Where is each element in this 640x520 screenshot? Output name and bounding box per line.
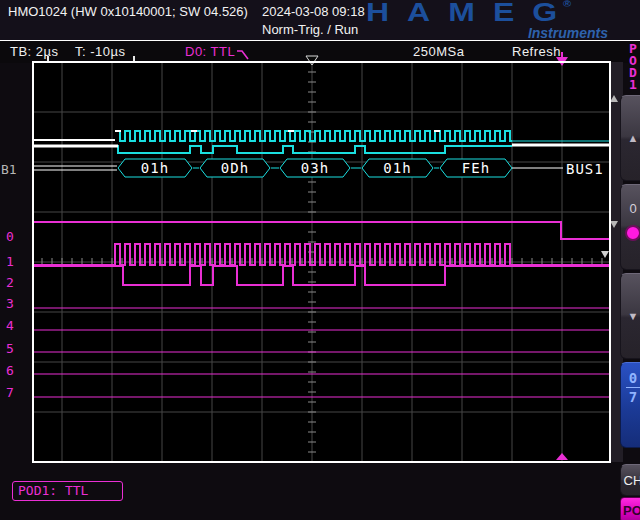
graticule-background <box>33 62 610 462</box>
channel-up-button[interactable]: ▲ <box>620 95 640 181</box>
trigger-position-marker-bottom <box>556 453 568 460</box>
gutter-scroll-down-icon[interactable] <box>610 221 618 228</box>
bit-label-2: 2 <box>4 275 16 290</box>
registered-mark: ® <box>563 0 571 8</box>
bus-frame <box>362 159 433 177</box>
bus-value: 01h <box>141 160 169 176</box>
bit-label-1: 1 <box>4 254 16 269</box>
hameg-logo: HAMEG® <box>366 0 571 28</box>
bit-label-5: 5 <box>4 341 16 356</box>
channel-down-button[interactable]: ▼ <box>620 273 640 359</box>
range-divider <box>626 387 640 388</box>
bus-frame <box>118 159 192 177</box>
bit-label-3: 3 <box>4 296 16 311</box>
pod1-vertical-label: P O D 1 <box>622 43 640 91</box>
sample-rate-readout: 250MSa <box>413 44 464 59</box>
trigger-run-status: Norm-Trig. / Run <box>262 22 358 37</box>
channel-range-button[interactable]: 0 7 <box>620 362 640 448</box>
channel-select-button[interactable]: 0 <box>620 184 640 270</box>
down-arrow-icon: ▼ <box>628 310 639 322</box>
bus-value: 01h <box>383 160 411 176</box>
status-bar: TB: 2µs T: -10µs D0: TTL 250MSa Refresh <box>0 40 640 63</box>
falling-edge-icon <box>236 47 250 65</box>
bus-value: 0Dh <box>221 160 249 176</box>
trigger-source-readout: D0: TTL <box>185 44 235 59</box>
waveform-display: 01h0Dh03h01hFEh <box>0 0 640 520</box>
bus-value: FEh <box>462 160 490 176</box>
trigger-position-readout: T: -10µs <box>75 44 126 59</box>
signal-bit0 <box>33 222 610 239</box>
bit-label-6: 6 <box>4 363 16 378</box>
bus-name-label: BUS1 <box>566 161 604 177</box>
signal-bit2 <box>33 266 610 285</box>
bus-frame <box>440 159 512 177</box>
bit-label-4: 4 <box>4 318 16 333</box>
timebase-readout: TB: 2µs <box>10 44 59 59</box>
hameg-instruments-label: Instruments <box>508 25 608 41</box>
graticule-border <box>33 62 610 462</box>
bit-label-7: 7 <box>4 385 16 400</box>
signal-bit1 <box>33 244 610 265</box>
range-bottom-value: 7 <box>629 389 637 405</box>
device-title: HMO1024 (HW 0x10140001; SW 04.526) <box>8 4 248 19</box>
signal-d2-data-bus <box>115 146 512 153</box>
range-top-value: 0 <box>629 370 637 386</box>
pod1-mode-badge: POD1: TTL <box>12 481 123 501</box>
header-bar: HMO1024 (HW 0x10140001; SW 04.526) 2024-… <box>0 0 640 40</box>
up-arrow-icon: ▲ <box>628 132 639 144</box>
pod-button[interactable]: PO <box>620 497 640 520</box>
bus-frame <box>280 159 350 177</box>
oscilloscope-screen: { "header": { "title": "HMO1024 (HW 0x10… <box>0 0 640 520</box>
ch-button[interactable]: CH <box>620 464 640 496</box>
bus-value: 03h <box>301 160 329 176</box>
gutter-scroll-up-icon[interactable] <box>610 95 618 102</box>
bus-left-label: B1 <box>1 162 17 177</box>
active-channel-dot-icon <box>625 225 640 241</box>
selected-channel-number: 0 <box>629 201 636 216</box>
datetime-readout: 2024-03-08 09:18 <box>262 4 365 19</box>
bit-label-0: 0 <box>4 229 16 244</box>
signal-d1-clock-bus <box>115 131 512 141</box>
bus-frame <box>200 159 270 177</box>
right-edge-marker <box>601 251 609 258</box>
acquisition-mode-readout: Refresh <box>512 44 561 59</box>
